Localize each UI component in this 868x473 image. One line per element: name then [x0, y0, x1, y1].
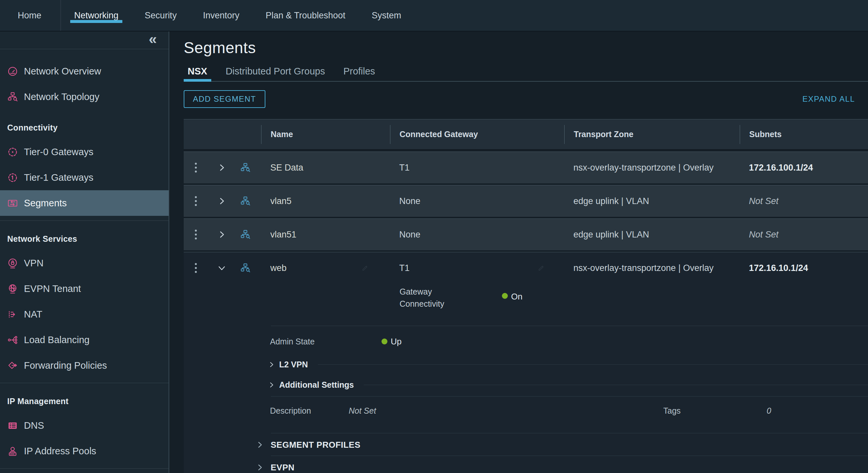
nav-divider — [60, 0, 61, 31]
sidebar-item-vpn[interactable]: VPN — [0, 250, 168, 276]
admin-state-label: Admin State — [270, 337, 381, 346]
sidebar-item-dns[interactable]: DNS — [0, 413, 168, 438]
sidebar-collapse-icon[interactable]: « — [149, 33, 157, 44]
chevron-right-icon[interactable] — [218, 230, 226, 239]
segment-subnets: Not Set — [740, 230, 868, 240]
nat-icon — [7, 309, 18, 320]
sidebar-item-ip-address-pools[interactable]: IP Address Pools — [0, 438, 168, 464]
tab-profiles[interactable]: Profiles — [340, 61, 379, 81]
sidebar-item-label: NAT — [24, 309, 42, 320]
expand-all-link[interactable]: EXPAND ALL — [802, 94, 855, 104]
nav-security[interactable]: Security — [140, 0, 182, 31]
chevron-right-icon[interactable] — [218, 164, 226, 171]
row-menu-icon[interactable] — [195, 263, 197, 273]
gauge-icon — [7, 66, 18, 77]
nsx-manager-app: { "colors": { "accent_blue": "#49afd9", … — [0, 0, 868, 473]
evpn-section[interactable]: EVPN — [256, 458, 868, 473]
sidebar-item-forwarding-policies[interactable]: Forwarding Policies — [0, 353, 168, 378]
chevron-right-icon[interactable] — [268, 382, 275, 388]
row-actions — [184, 152, 261, 183]
sidebar-section-connectivity: Connectivity — [0, 116, 168, 139]
sidebar-divider — [0, 383, 168, 383]
chevron-right-icon[interactable] — [268, 361, 275, 368]
gateway-connectivity-value: On — [502, 292, 523, 310]
segment-gateway-text: T1 — [399, 263, 410, 273]
l2-vpn-section[interactable]: L2 VPN — [268, 356, 868, 373]
nav-inventory[interactable]: Inventory — [198, 0, 245, 31]
sidebar-item-tier0-gateways[interactable]: Tier-0 Gateways — [0, 139, 168, 165]
load-balancing-icon — [7, 335, 18, 345]
segments-table: Name Connected Gateway Transport Zone Su… — [184, 119, 868, 473]
vpn-lock-icon — [7, 258, 18, 269]
admin-state-row: Admin State Up — [270, 333, 868, 350]
segment-transport-zone: nsx-overlay-transportzone | Overlay — [564, 163, 740, 173]
chevron-right-icon[interactable] — [218, 197, 226, 205]
row-actions — [184, 185, 261, 217]
evpn-tenant-globe-icon — [7, 283, 18, 294]
nav-plan-troubleshoot-label: Plan & Troubleshoot — [266, 10, 345, 21]
sidebar-nav: Network Overview Network Topology Connec… — [0, 49, 168, 469]
l2-vpn-label: L2 VPN — [279, 360, 308, 369]
row-menu-icon[interactable] — [195, 163, 197, 172]
sidebar-item-nat[interactable]: NAT — [0, 302, 168, 327]
sidebar-section-ip-management: IP Management — [0, 390, 168, 413]
column-header-subnets: Subnets — [740, 125, 868, 144]
table-header-row: Name Connected Gateway Transport Zone Su… — [184, 119, 868, 150]
row-menu-icon[interactable] — [195, 196, 197, 206]
tab-nsx[interactable]: NSX — [184, 61, 211, 81]
segment-transport-zone: edge uplink | VLAN — [564, 230, 740, 240]
column-header-connected-gateway: Connected Gateway — [390, 125, 564, 144]
sidebar-section-network-services: Network Services — [0, 227, 168, 250]
segments-tabs: NSX Distributed Port Groups Profiles — [184, 61, 868, 82]
topology-icon — [7, 92, 18, 102]
sidebar-item-label: Network Topology — [24, 92, 99, 102]
column-header-transport-zone: Transport Zone — [564, 125, 740, 144]
status-on-dot-icon — [502, 293, 508, 299]
sidebar-item-label: Tier-1 Gateways — [24, 172, 93, 183]
sidebar-item-tier1-gateways[interactable]: Tier-1 Gateways — [0, 165, 168, 190]
nav-networking[interactable]: Networking — [69, 0, 124, 31]
forwarding-policies-icon — [7, 360, 18, 371]
page-title: Segments — [184, 39, 868, 57]
row-menu-icon[interactable] — [195, 230, 197, 240]
sidebar-item-load-balancing[interactable]: Load Balancing — [0, 327, 168, 353]
chevron-right-icon[interactable] — [256, 464, 264, 471]
nav-system[interactable]: System — [366, 0, 406, 31]
segment-icon — [240, 229, 251, 240]
chevron-down-icon[interactable] — [218, 264, 226, 272]
table-row-vlan51[interactable]: vlan51 None edge uplink | VLAN Not Set — [184, 218, 868, 250]
sidebar-item-evpn-tenant[interactable]: EVPN Tenant — [0, 276, 168, 302]
sidebar-item-network-overview[interactable]: Network Overview — [0, 58, 168, 84]
gateway-connectivity-row: Gateway Connectivity On — [184, 286, 868, 310]
additional-settings-label: Additional Settings — [279, 380, 354, 390]
table-row-se-data[interactable]: SE Data T1 nsx-overlay-transportzone | O… — [184, 152, 868, 183]
nav-home[interactable]: Home — [9, 0, 50, 31]
chevron-right-icon[interactable] — [256, 441, 264, 448]
tags-count: 0 — [767, 406, 868, 416]
edit-pencil-icon[interactable] — [538, 265, 545, 271]
section-rule — [364, 385, 868, 385]
sidebar-item-label: VPN — [24, 258, 43, 269]
nav-security-label: Security — [145, 10, 177, 21]
tier0-gateway-icon — [7, 147, 18, 157]
admin-state-text: Up — [391, 337, 402, 347]
additional-settings-section[interactable]: Additional Settings — [268, 377, 868, 393]
sidebar-item-network-topology[interactable]: Network Topology — [0, 84, 168, 109]
detail-divider — [271, 433, 868, 433]
sidebar-item-segments[interactable]: Segments — [0, 190, 168, 216]
nav-plan-troubleshoot[interactable]: Plan & Troubleshoot — [260, 0, 351, 31]
sidebar-item-label: Forwarding Policies — [24, 360, 107, 371]
edit-pencil-icon[interactable] — [362, 265, 368, 271]
segment-icon — [240, 162, 251, 173]
row-actions — [184, 252, 261, 284]
segment-transport-zone: nsx-overlay-transportzone | Overlay — [564, 263, 740, 273]
tab-distributed-port-groups[interactable]: Distributed Port Groups — [222, 61, 329, 81]
table-row-vlan5[interactable]: vlan5 None edge uplink | VLAN Not Set — [184, 185, 868, 217]
detail-divider — [271, 396, 868, 397]
tags-label: Tags — [663, 406, 767, 416]
add-segment-button[interactable]: ADD SEGMENT — [184, 90, 266, 108]
segment-name: web — [261, 263, 390, 273]
tier1-gateway-icon — [7, 172, 18, 183]
segment-profiles-section[interactable]: SEGMENT PROFILES — [256, 435, 868, 454]
table-row-web-expanded[interactable]: web T1 nsx-overlay-transportzone | Overl… — [184, 252, 868, 473]
